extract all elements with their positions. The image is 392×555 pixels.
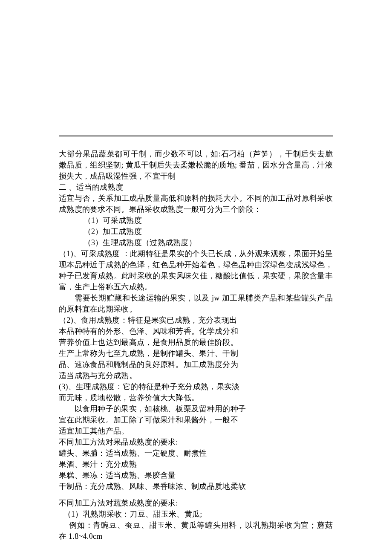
paragraph: 营养价值上也达到最高点，是食用品质的最佳阶段。 bbox=[59, 337, 333, 348]
paragraph: 例如：青豌豆、蚕豆、甜玉米、黄瓜等罐头用料，以乳熟期采收为宜；蘑菇在 1.8~4… bbox=[59, 520, 333, 542]
paragraph: (3)、生理成熟度：它的特征是种子充分成熟，果实淡 bbox=[59, 381, 333, 392]
paragraph: 生产上常称为七至九成熟，是制作罐头、果汁、干制 bbox=[59, 348, 333, 359]
list-item: （1）乳熟期采收：刀豆、甜玉米、黄瓜; bbox=[59, 509, 333, 520]
paragraph: 品、速冻食品和腌制品的良好原料。加工成熟度分为 bbox=[59, 359, 333, 370]
list-item: （1）可采成熟度 bbox=[59, 215, 333, 226]
paragraph: 适当成熟与充分成熟。 bbox=[59, 370, 333, 381]
blank-line bbox=[59, 492, 333, 497]
paragraph: （2)、食用成熟度：特征是果实已成熟，充分表现出 bbox=[59, 315, 333, 326]
paragraph: 宜在此期采收。加工除了可做果汁和果酱外，一般不 bbox=[59, 414, 333, 425]
paragraph: 干制品：充分成熟、风味、果香味浓、制成品质地柔软 bbox=[59, 481, 333, 492]
paragraph: 适宜加工其他产品。 bbox=[59, 425, 333, 436]
paragraph: 以食用种子的果实，如核桃、板栗及留种用的种子 bbox=[59, 403, 333, 414]
heading: 不同加工方法对果品成熟度的要求: bbox=[59, 436, 333, 448]
paragraph: 果糕、果冻：适当成熟、果胶含量 bbox=[59, 470, 333, 481]
paragraph: 需要长期贮藏和长途运输的果实，以及 jw 加工果脯类产品和某些罐头产品的原料宜在… bbox=[59, 292, 333, 315]
paragraph: 果酒、果汁：充分成熟 bbox=[59, 459, 333, 470]
document-body: 大部分果品蔬菜都可干制，而少数不可以，如:石刁柏（芦笋），干制后失去脆嫩品质，组… bbox=[59, 148, 333, 542]
list-item: （2）加工成熟度 bbox=[59, 226, 333, 237]
paragraph: （1)、可采成熟度 ：此期特征是果实的个头已长成，从外观来观察，果面开始呈现本品… bbox=[59, 248, 333, 292]
list-item: （3）生理成熟度（过熟成熟度） bbox=[59, 237, 333, 248]
heading: 不同加工方法对蔬菜成熟度的要求: bbox=[59, 497, 333, 509]
paragraph: 而无味，质地松散，营养价值大大降低。 bbox=[59, 392, 333, 403]
paragraph: 大部分果品蔬菜都可干制，而少数不可以，如:石刁柏（芦笋），干制后失去脆嫩品质，组… bbox=[59, 148, 333, 182]
paragraph: 罐头、果脯：适当成熟、一定硬度、耐煮性 bbox=[59, 448, 333, 459]
paragraph: 本品种特有的外形、色泽、风味和芳香。化学成分和 bbox=[59, 326, 333, 337]
horizontal-rule bbox=[59, 136, 333, 136]
paragraph: 适宜与否，关系加工成品质量高低和原料的损耗大小。不同的加工品对原料采收成熟度的要… bbox=[59, 193, 333, 215]
heading-section: 二 、适当的成熟度 bbox=[59, 182, 333, 193]
